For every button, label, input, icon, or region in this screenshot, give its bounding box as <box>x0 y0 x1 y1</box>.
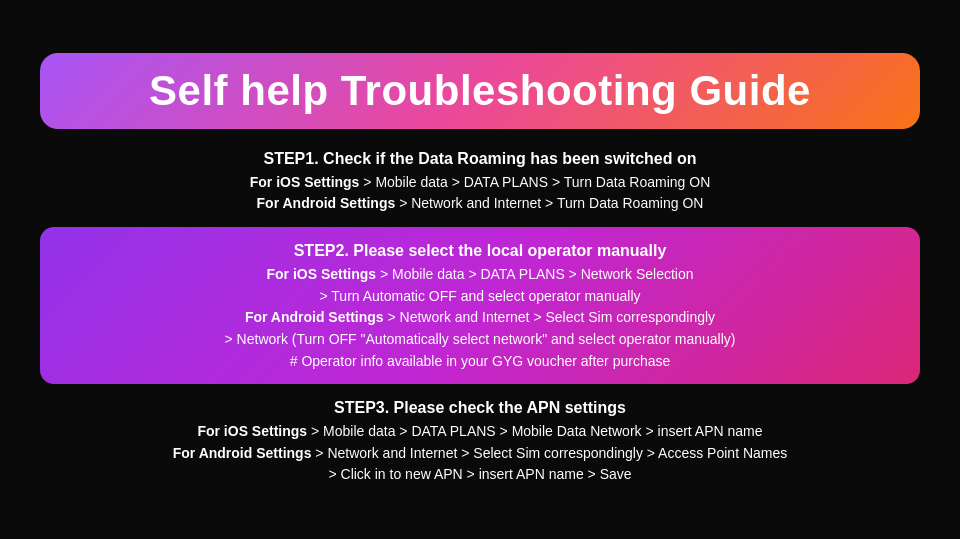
step1-android-label: For Android Settings <box>257 195 396 211</box>
step2-line3: For Android Settings > Network and Inter… <box>60 307 900 329</box>
steps-container: STEP1. Check if the Data Roaming has bee… <box>40 147 920 486</box>
step3-line1: For iOS Settings > Mobile data > DATA PL… <box>40 421 920 443</box>
step3-ios-label: For iOS Settings <box>197 423 307 439</box>
step2-line2: > Turn Automatic OFF and select operator… <box>60 286 900 308</box>
step1-block: STEP1. Check if the Data Roaming has bee… <box>40 147 920 215</box>
step1-line2: For Android Settings > Network and Inter… <box>40 193 920 215</box>
step2-line4: > Network (Turn OFF "Automatically selec… <box>60 329 900 351</box>
step1-heading: STEP1. Check if the Data Roaming has bee… <box>40 147 920 172</box>
step2-ios-label: For iOS Settings <box>266 266 376 282</box>
step1-ios-label: For iOS Settings <box>250 174 360 190</box>
step2-line1: For iOS Settings > Mobile data > DATA PL… <box>60 264 900 286</box>
step3-heading: STEP3. Please check the APN settings <box>40 396 920 421</box>
title-banner: Self help Troubleshooting Guide <box>40 53 920 129</box>
step2-block: STEP2. Please select the local operator … <box>40 227 920 384</box>
step3-line3: > Click in to new APN > insert APN name … <box>40 464 920 486</box>
step3-line2: For Android Settings > Network and Inter… <box>40 443 920 465</box>
step3-android-label: For Android Settings <box>173 445 312 461</box>
step2-line5: # Operator info available in your GYG vo… <box>60 351 900 373</box>
step2-heading: STEP2. Please select the local operator … <box>60 239 900 264</box>
step2-android-label: For Android Settings <box>245 309 384 325</box>
page-title: Self help Troubleshooting Guide <box>149 67 811 114</box>
step1-line1: For iOS Settings > Mobile data > DATA PL… <box>40 172 920 194</box>
step3-block: STEP3. Please check the APN settings For… <box>40 396 920 486</box>
